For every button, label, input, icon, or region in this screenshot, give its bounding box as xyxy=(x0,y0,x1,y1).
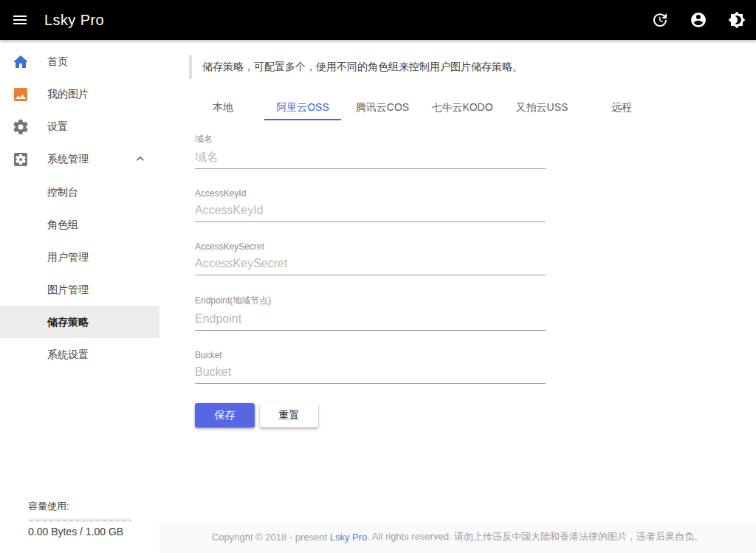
chevron-up-icon xyxy=(133,151,148,168)
appbar-actions xyxy=(645,5,752,35)
copyright-text-prefix: Copyright © 2018 - present xyxy=(212,532,330,543)
domain-input[interactable] xyxy=(195,146,546,169)
gear-icon xyxy=(12,118,30,136)
access-key-secret-input[interactable] xyxy=(195,253,546,275)
main-content: 储存策略，可配置多个，使用不同的角色组来控制用户图片储存策略。 本地 阿里云OS… xyxy=(159,40,756,521)
endpoint-input[interactable] xyxy=(195,308,546,331)
brightness-icon xyxy=(728,11,746,29)
form-field: 域名 xyxy=(195,133,546,169)
account-circle-icon xyxy=(690,11,707,29)
bucket-input[interactable] xyxy=(195,361,546,384)
reset-button[interactable]: 重置 xyxy=(260,403,318,427)
form-field: AccessKeySecret xyxy=(195,241,546,275)
menu-button[interactable] xyxy=(5,5,35,35)
sidebar-item-label: 系统管理 xyxy=(47,153,89,166)
sidebar-item-my-images[interactable]: 我的图片 xyxy=(0,78,159,111)
sidebar-item-settings[interactable]: 设置 xyxy=(0,111,159,143)
sidebar-item-label: 首页 xyxy=(47,55,68,69)
sidebar-item-label: 设置 xyxy=(47,120,68,134)
endpoint-label: Endpoint(地域节点) xyxy=(195,295,546,307)
sidebar: 首页 我的图片 设置 系统管理 控制台 角色组 用户管理 图片管理 储存策略 系… xyxy=(0,40,159,553)
sidebar-item-user-management[interactable]: 用户管理 xyxy=(0,241,159,273)
sidebar-item-label: 我的图片 xyxy=(47,88,89,101)
capacity-usage-text: 0.00 Bytes / 1.00 GB xyxy=(28,526,154,537)
form-field: AccessKeyId xyxy=(195,188,546,222)
sidebar-item-system-settings[interactable]: 系统设置 xyxy=(0,338,159,371)
sidebar-item-home[interactable]: 首页 xyxy=(0,46,159,78)
sidebar-item-console[interactable]: 控制台 xyxy=(0,176,159,208)
capacity-progress-bar xyxy=(28,518,131,522)
sidebar-item-role-groups[interactable]: 角色组 xyxy=(0,208,159,241)
form-field: Bucket xyxy=(195,350,546,384)
storage-tabs: 本地 阿里云OSS 腾讯云COS 七牛云KODO 又拍云USS 远程 xyxy=(183,94,756,120)
form-field: Endpoint(地域节点) xyxy=(195,295,546,331)
access-key-secret-label: AccessKeySecret xyxy=(195,241,546,252)
system-settings-icon xyxy=(12,151,30,168)
app-title: Lsky Pro xyxy=(44,12,104,29)
account-button[interactable] xyxy=(684,5,713,35)
sidebar-item-storage-policy[interactable]: 储存策略 xyxy=(0,306,159,338)
tab-remote[interactable]: 远程 xyxy=(582,94,662,120)
page-description: 储存策略，可配置多个，使用不同的角色组来控制用户图片储存策略。 xyxy=(189,55,726,79)
capacity-label: 容量使用: xyxy=(28,500,154,513)
update-icon xyxy=(651,11,669,29)
theme-toggle-button[interactable] xyxy=(722,5,752,35)
domain-label: 域名 xyxy=(195,133,546,145)
brand-link[interactable]: Lsky Pro xyxy=(330,532,368,543)
access-key-id-label: AccessKeyId xyxy=(195,188,546,199)
tab-aliyun-oss[interactable]: 阿里云OSS xyxy=(263,94,343,120)
sidebar-group-system[interactable]: 系统管理 xyxy=(0,143,159,176)
bucket-label: Bucket xyxy=(195,350,546,360)
oss-config-form: 域名 AccessKeyId AccessKeySecret Endpoint(… xyxy=(195,133,546,384)
footer: Copyright © 2018 - present Lsky Pro. All… xyxy=(159,521,756,553)
save-button[interactable]: 保存 xyxy=(195,403,255,427)
appbar: Lsky Pro xyxy=(0,0,756,40)
tab-tencent-cos[interactable]: 腾讯云COS xyxy=(343,94,422,120)
refresh-button[interactable] xyxy=(645,5,675,35)
image-icon xyxy=(12,86,30,103)
tab-local[interactable]: 本地 xyxy=(183,94,263,120)
access-key-id-input[interactable] xyxy=(195,199,546,222)
tab-upyun-uss[interactable]: 又拍云USS xyxy=(502,94,582,120)
tab-qiniu-kodo[interactable]: 七牛云KODO xyxy=(422,94,502,120)
copyright-text-suffix: . All rights reserved. 请勿上传违反中国大陆和香港法律的图… xyxy=(367,530,704,543)
home-icon xyxy=(12,53,30,71)
sidebar-item-image-management[interactable]: 图片管理 xyxy=(0,273,159,306)
hamburger-icon xyxy=(11,11,29,29)
capacity-usage-block: 容量使用: 0.00 Bytes / 1.00 GB xyxy=(28,500,154,537)
form-actions: 保存 重置 xyxy=(195,403,756,427)
